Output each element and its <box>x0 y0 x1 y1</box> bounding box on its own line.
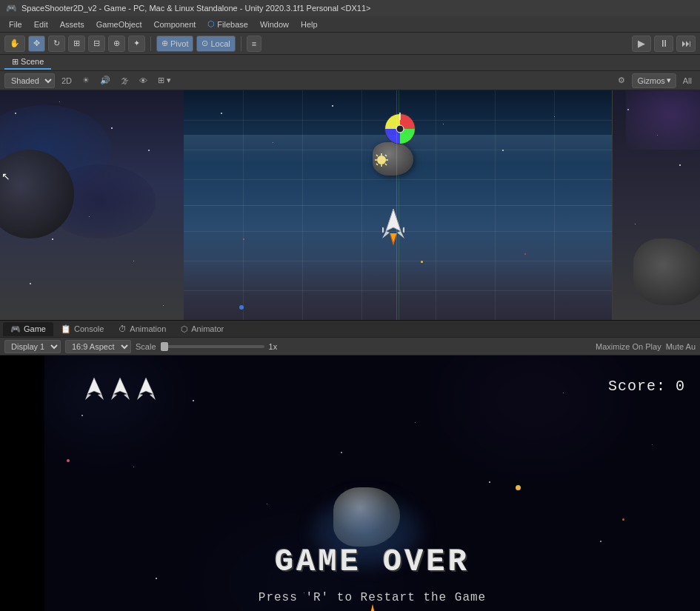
svg-rect-18 <box>382 227 384 233</box>
svg-line-10 <box>385 164 387 165</box>
tool-hand[interactable]: ✋ <box>4 36 25 52</box>
all-label: All <box>683 76 692 85</box>
animator-tab-icon: ⬡ <box>181 324 188 334</box>
menu-file[interactable]: File <box>3 19 28 30</box>
scene-ship <box>382 209 404 247</box>
svg-point-1 <box>396 125 404 133</box>
menu-edit[interactable]: Edit <box>28 19 54 30</box>
local-label: Local <box>210 39 230 48</box>
scale-value: 1x <box>269 342 278 351</box>
tool-rect[interactable]: ⊟ <box>88 36 105 52</box>
local-button[interactable]: ⊙ Local <box>196 36 235 52</box>
menu-component[interactable]: Component <box>147 19 201 30</box>
menu-window[interactable]: Window <box>254 19 295 30</box>
svg-marker-27 <box>137 394 143 400</box>
tool-move[interactable]: ✥ <box>28 36 45 52</box>
settings-icon[interactable]: ⚙ <box>614 73 629 88</box>
svg-marker-22 <box>98 394 104 400</box>
menu-gameobject[interactable]: GameObject <box>90 19 148 30</box>
gizmos-label: Gizmos <box>637 76 664 85</box>
mute-label[interactable]: Mute Au <box>666 342 696 351</box>
game-tab-label: Game <box>24 324 46 333</box>
svg-marker-24 <box>111 394 117 400</box>
svg-marker-20 <box>87 378 101 394</box>
game-canvas: Score: 0 GAME OVER Press 'R' to Restart … <box>44 355 700 611</box>
step-button[interactable]: ⏭ <box>676 36 696 52</box>
game-over-text: GAME OVER <box>275 544 470 580</box>
svg-line-9 <box>376 155 378 156</box>
mouse-cursor: ↖ <box>1 170 7 176</box>
local-icon: ⊙ <box>201 39 208 48</box>
scale-label: Scale <box>136 342 156 351</box>
tab-animation[interactable]: ⏱ Animation <box>111 322 173 335</box>
menu-assets[interactable]: Assets <box>54 19 90 30</box>
pivot-button[interactable]: ⊕ Pivot <box>156 36 193 52</box>
player-lives <box>85 378 156 404</box>
maximize-label[interactable]: Maximize On Play <box>596 342 661 351</box>
svg-point-4 <box>377 156 386 164</box>
tab-game[interactable]: 🎮 Game <box>3 322 53 336</box>
svg-marker-30 <box>367 604 378 611</box>
scale-thumb <box>161 342 168 351</box>
sun-icon <box>374 153 389 167</box>
grid-toggle[interactable]: ⊞ ▾ <box>154 73 175 88</box>
scene-tab-bar: ⊞ Scene <box>0 55 700 71</box>
score-display: Score: 0 <box>608 378 685 395</box>
all-button[interactable]: All <box>679 73 696 88</box>
scene-toolbar-right: ⚙ Gizmos ▾ All <box>614 73 696 88</box>
scene-tab-icon: ⊞ <box>12 57 19 66</box>
gizmos-arrow: ▾ <box>667 76 671 85</box>
transform-gizmo <box>384 113 417 147</box>
menu-help[interactable]: Help <box>295 19 324 30</box>
scene-center-line <box>396 90 397 320</box>
title-text: SpaceShooter2D_v2 - Game - PC, Mac & Lin… <box>21 4 370 13</box>
animation-tab-icon: ⏱ <box>119 324 127 333</box>
svg-rect-19 <box>403 227 404 233</box>
svg-marker-13 <box>386 209 401 231</box>
title-bar: 🎮 SpaceShooter2D_v2 - Game - PC, Mac & L… <box>0 0 700 16</box>
scene-tab[interactable]: ⊞ Scene <box>4 56 51 70</box>
aspect-select[interactable]: 16:9 Aspect <box>65 340 131 353</box>
restart-label: Press 'R' to Restart the Game <box>259 591 486 604</box>
hidden-toggle[interactable]: 👁 <box>136 73 151 88</box>
2d-label: 2D <box>61 76 72 85</box>
animation-tab-label: Animation <box>130 324 166 333</box>
play-button[interactable]: ▶ <box>632 36 651 52</box>
svg-marker-23 <box>113 378 127 394</box>
tool-custom[interactable]: ✦ <box>128 36 145 52</box>
score-label: Score: 0 <box>608 378 685 395</box>
lighting-toggle[interactable]: ☀ <box>79 73 93 88</box>
scene-left-panel <box>0 90 184 320</box>
tool-rotate[interactable]: ↻ <box>48 36 65 52</box>
shading-select[interactable]: Shaded <box>4 73 55 88</box>
sep-1 <box>150 36 151 51</box>
tool-transform[interactable]: ⊕ <box>108 36 125 52</box>
display-select[interactable]: Display 1 <box>4 340 61 353</box>
scene-tab-label: Scene <box>21 57 44 66</box>
main-toolbar: ✋ ✥ ↻ ⊞ ⊟ ⊕ ✦ ⊕ Pivot ⊙ Local ≡ ▶ ⏸ ⏭ <box>0 33 700 55</box>
rocket-exhaust <box>354 604 391 611</box>
effects-toggle[interactable]: 🌫 <box>117 73 133 88</box>
pause-button[interactable]: ⏸ <box>654 36 673 52</box>
svg-marker-28 <box>150 394 156 400</box>
tool-scale[interactable]: ⊞ <box>68 36 85 52</box>
audio-toggle[interactable]: 🔊 <box>96 73 114 88</box>
game-left-strip <box>0 355 44 611</box>
game-toolbar: Display 1 16:9 Aspect Scale 1x Maximize … <box>0 338 700 355</box>
tab-console[interactable]: 📋 Console <box>53 322 111 336</box>
svg-line-11 <box>385 155 387 156</box>
menu-bar: File Edit Assets GameObject Component ⬡F… <box>0 16 700 33</box>
game-toolbar-right: Maximize On Play Mute Au <box>596 342 696 351</box>
scale-slider[interactable] <box>161 345 264 348</box>
layers-button[interactable]: ≡ <box>247 36 261 52</box>
sep-2 <box>241 36 241 51</box>
game-tab-icon: 🎮 <box>10 324 21 334</box>
2d-toggle[interactable]: 2D <box>58 73 76 88</box>
gizmos-button[interactable]: Gizmos ▾ <box>632 73 676 88</box>
svg-marker-25 <box>124 394 130 400</box>
game-tab-bar: 🎮 Game 📋 Console ⏱ Animation ⬡ Animator <box>0 320 700 338</box>
tab-animator[interactable]: ⬡ Animator <box>173 322 231 336</box>
pivot-icon: ⊕ <box>161 39 168 48</box>
menu-filebase[interactable]: ⬡Filebase <box>201 18 254 30</box>
game-over-label: GAME OVER <box>275 544 470 580</box>
